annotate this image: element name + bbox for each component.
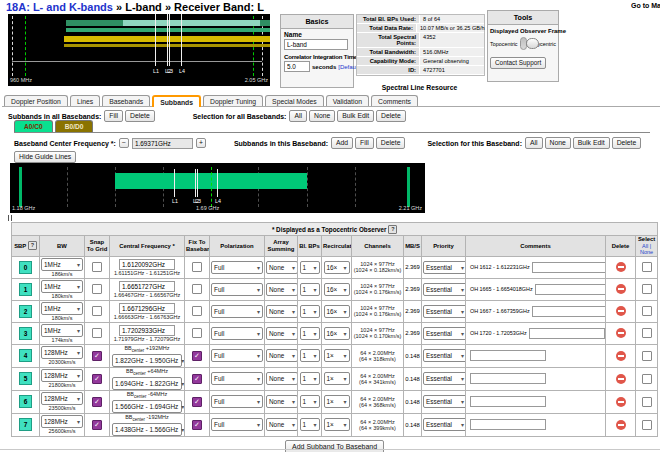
bl-bps-select[interactable]: 1▾ xyxy=(300,305,320,318)
central-frequency-field[interactable] xyxy=(119,259,175,270)
central-frequency-select[interactable]: 1.822GHz - 1.950GHz▾ xyxy=(112,354,182,367)
central-frequency-field[interactable] xyxy=(119,303,175,314)
array-summing-select[interactable]: None▾ xyxy=(266,372,298,385)
bandwidth-select[interactable]: 1MHz▾ xyxy=(41,258,83,271)
comment-field[interactable] xyxy=(529,328,605,339)
baseband-selection-all-button[interactable]: All xyxy=(525,137,543,149)
row-select-checkbox[interactable] xyxy=(642,284,652,294)
array-summing-select[interactable]: None▾ xyxy=(266,327,298,340)
go-to-link[interactable]: Go to Ma xyxy=(631,2,660,9)
fix-to-baseband-checkbox[interactable]: ✓ xyxy=(192,420,202,430)
snap-to-grid-checkbox[interactable]: ✓ xyxy=(92,397,102,407)
contact-support-button[interactable]: Contact Support xyxy=(490,57,546,69)
row-select-checkbox[interactable] xyxy=(642,351,652,361)
bl-bps-select[interactable]: 1▾ xyxy=(300,372,320,385)
baseband-delete-button[interactable]: Delete xyxy=(376,137,406,149)
recirculation-select[interactable]: 16×▾ xyxy=(324,261,350,274)
bandwidth-select[interactable]: 1MHz▾ xyxy=(41,324,83,337)
fix-to-baseband-checkbox[interactable] xyxy=(192,284,202,294)
fix-to-baseband-checkbox[interactable]: ✓ xyxy=(192,351,202,361)
bl-bps-select[interactable]: 1▾ xyxy=(300,261,320,274)
bandwidth-select[interactable]: 1MHz▾ xyxy=(41,280,83,293)
central-frequency-field[interactable] xyxy=(119,325,175,336)
observer-frame-toggle[interactable] xyxy=(520,37,527,50)
comment-field[interactable] xyxy=(535,284,606,295)
polarization-select[interactable]: Full▾ xyxy=(211,327,263,340)
bandwidth-select[interactable]: 128MHz▾ xyxy=(41,369,83,382)
baseband-selection-bulk-edit-button[interactable]: Bulk Edit xyxy=(573,137,610,149)
baseband-center-frequency-field[interactable] xyxy=(132,138,193,149)
tab-validation[interactable]: Validation xyxy=(326,95,369,106)
bl-bps-select[interactable]: 1▾ xyxy=(300,418,320,431)
polarization-select[interactable]: Full▾ xyxy=(211,395,263,408)
row-select-checkbox[interactable] xyxy=(642,374,652,384)
bandwidth-select[interactable]: 128MHz▾ xyxy=(41,346,83,359)
row-select-checkbox[interactable] xyxy=(642,262,652,272)
fix-to-baseband-checkbox[interactable]: ✓ xyxy=(192,397,202,407)
central-frequency-select[interactable]: 1.694GHz - 1.822GHz▾ xyxy=(112,377,182,390)
tab-doppler-position[interactable]: Doppler Position xyxy=(4,95,68,106)
baseband-tab-a0-c0[interactable]: A0/C0 xyxy=(14,120,53,132)
central-frequency-field[interactable] xyxy=(119,281,175,292)
correlator-integration-time-field[interactable] xyxy=(284,61,310,72)
hide-guide-lines-button[interactable]: Hide Guide Lines xyxy=(14,151,76,163)
tab-lines[interactable]: Lines xyxy=(70,95,100,106)
frequency-decrement-button[interactable]: − xyxy=(119,138,129,148)
central-frequency-select[interactable]: 1.438GHz - 1.566GHz▾ xyxy=(112,423,182,436)
recirculation-select[interactable]: 16×▾ xyxy=(324,305,350,318)
priority-select[interactable]: Essential▾ xyxy=(423,349,466,362)
recirculation-select[interactable]: 16×▾ xyxy=(324,283,350,296)
priority-select[interactable]: Essential▾ xyxy=(423,283,466,296)
recirculation-select[interactable]: 16×▾ xyxy=(324,327,350,340)
snap-to-grid-checkbox[interactable] xyxy=(92,284,102,294)
row-select-checkbox[interactable] xyxy=(642,420,652,430)
select-all-none-links[interactable]: All | None xyxy=(640,243,653,256)
recirculation-select[interactable]: 1×▾ xyxy=(324,418,350,431)
row-select-checkbox[interactable] xyxy=(642,328,652,338)
comment-field[interactable] xyxy=(532,262,606,273)
array-summing-select[interactable]: None▾ xyxy=(266,349,298,362)
polarization-select[interactable]: Full▾ xyxy=(211,418,263,431)
comment-field[interactable] xyxy=(470,373,546,384)
splitter-grip-icon[interactable] xyxy=(8,215,16,222)
bl-bps-select[interactable]: 1▾ xyxy=(300,283,320,296)
priority-select[interactable]: Essential▾ xyxy=(423,305,466,318)
polarization-select[interactable]: Full▾ xyxy=(211,372,263,385)
comment-field[interactable] xyxy=(470,350,546,361)
help-icon[interactable]: ? xyxy=(388,225,397,234)
baseband-fill-button[interactable]: Fill xyxy=(355,137,374,149)
tab-basebands[interactable]: Basebands xyxy=(102,95,150,106)
comment-field[interactable] xyxy=(470,396,546,407)
name-field[interactable] xyxy=(284,39,348,50)
polarization-select[interactable]: Full▾ xyxy=(211,283,263,296)
tab-doppler-tuning[interactable]: Doppler Tuning xyxy=(203,95,263,106)
fix-to-baseband-checkbox[interactable] xyxy=(192,328,202,338)
bl-bps-select[interactable]: 1▾ xyxy=(300,395,320,408)
priority-select[interactable]: Essential▾ xyxy=(423,372,466,385)
array-summing-select[interactable]: None▾ xyxy=(266,395,298,408)
baseband-selection-delete-button[interactable]: Delete xyxy=(612,137,642,149)
snap-to-grid-checkbox[interactable]: ✓ xyxy=(92,374,102,384)
array-summing-select[interactable]: None▾ xyxy=(266,418,298,431)
fix-to-baseband-checkbox[interactable] xyxy=(192,306,202,316)
polarization-select[interactable]: Full▾ xyxy=(211,261,263,274)
delete-subband-button[interactable] xyxy=(616,262,626,272)
delete-subband-button[interactable] xyxy=(616,284,626,294)
priority-select[interactable]: Essential▾ xyxy=(423,261,466,274)
tab-subbands[interactable]: Subbands xyxy=(152,95,201,107)
tab-special-modes[interactable]: Special Modes xyxy=(265,95,324,106)
bandwidth-select[interactable]: 128MHz▾ xyxy=(41,392,83,405)
array-summing-select[interactable]: None▾ xyxy=(266,283,298,296)
array-summing-select[interactable]: None▾ xyxy=(266,305,298,318)
bandwidth-select[interactable]: 1MHz▾ xyxy=(41,302,83,315)
comment-field[interactable] xyxy=(532,306,606,317)
delete-subband-button[interactable] xyxy=(616,306,626,316)
tab-comments[interactable]: Comments xyxy=(371,95,418,106)
delete-subband-button[interactable] xyxy=(616,420,626,430)
fix-to-baseband-checkbox[interactable]: ✓ xyxy=(192,374,202,384)
polarization-select[interactable]: Full▾ xyxy=(211,349,263,362)
row-select-checkbox[interactable] xyxy=(642,306,652,316)
breadcrumb-project-link[interactable]: 18A: L- and K-bands xyxy=(6,1,113,13)
delete-subband-button[interactable] xyxy=(616,397,626,407)
array-summing-select[interactable]: None▾ xyxy=(266,261,298,274)
